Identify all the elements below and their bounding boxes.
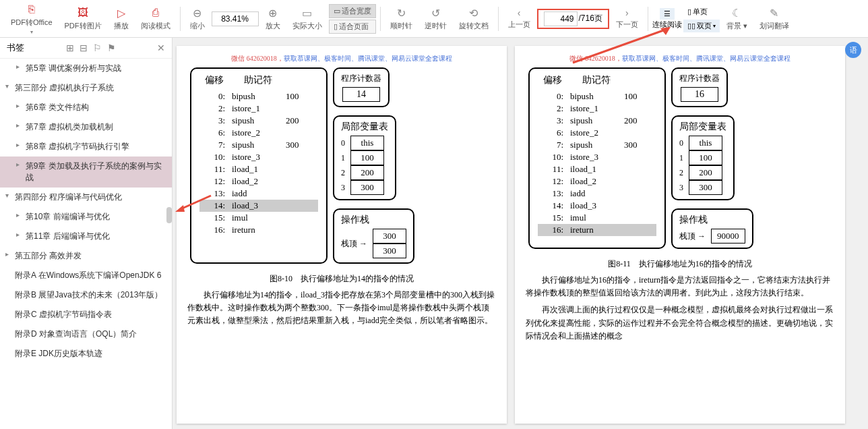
tree-arrow-icon: ▸: [16, 63, 24, 70]
double-page[interactable]: ▯▯双页▾: [683, 20, 720, 32]
tree-label: 第6章 类文件结构: [26, 102, 89, 113]
close-sidebar-icon[interactable]: ✕: [157, 42, 165, 53]
zoom-in[interactable]: ⊕放大: [260, 5, 286, 32]
fit-page[interactable]: ▯适合页面: [329, 20, 376, 34]
figure-caption: 图8-10 执行偏移地址为14的指令的情况: [187, 273, 496, 285]
code-row: 6:istore_2: [199, 127, 318, 139]
scrollbar-thumb[interactable]: [166, 207, 172, 223]
code-row: 7:sipush300: [199, 139, 318, 151]
read-mode[interactable]: ⎙阅读模式: [135, 5, 176, 32]
tree-arrow-icon: ▾: [5, 192, 13, 199]
page-input[interactable]: [544, 11, 578, 26]
code-row: 15:imul: [199, 212, 318, 224]
var-row: 0this: [341, 136, 388, 150]
code-row: 3:sipush200: [199, 115, 318, 127]
var-row: 2200: [341, 165, 388, 180]
zoom-in-icon: ⊕: [266, 6, 280, 20]
body-para: 执行偏移地址为14的指令，iload_3指令把存放在第3个局部变量槽中的300入…: [187, 289, 496, 328]
bytecode-box: 偏移助记符0:bipush1002:istore_13:sipush2006:i…: [190, 67, 328, 264]
background[interactable]: ☾背景 ▾: [721, 5, 753, 32]
tree-item[interactable]: ▸第5章 调优案例分析与实战: [0, 59, 172, 78]
tree-label: 附录C 虚拟机字节码指令表: [15, 309, 112, 320]
code-row: 7:sipush300: [538, 139, 656, 151]
image-icon: 🖼: [76, 6, 90, 20]
stack-cell: 300: [373, 244, 406, 258]
body-para: 再次强调上面的执行过程仅仅是一种概念模型，虚拟机最终会对执行过程做出一系列优化来…: [526, 304, 834, 343]
local-var-table: 局部变量表0this110022003300: [671, 115, 735, 200]
play-icon: ▷: [115, 6, 128, 20]
code-row: 13:iadd: [199, 188, 318, 200]
code-row: 16:ireturn: [199, 224, 318, 236]
bookmark-tree: ▸第5章 调优案例分析与实战▾第三部分 虚拟机执行子系统▸第6章 类文件结构▸第…: [0, 59, 172, 429]
pdf-to-image[interactable]: 🖼PDF转图片: [59, 5, 107, 32]
tree-item[interactable]: 附录B 展望Java技术的未来（2013年版）: [0, 285, 172, 305]
tree-item[interactable]: 附录C 虚拟机字节码指令表: [0, 305, 172, 324]
code-row: 0:bipush100: [199, 90, 318, 103]
tree-arrow-icon: ▸: [16, 121, 24, 129]
page-total: /716页: [579, 13, 602, 24]
fit-page-icon: ▯: [334, 22, 338, 31]
bookmark-icon[interactable]: ⚐: [93, 42, 102, 53]
tree-arrow-icon: ▸: [16, 161, 24, 168]
word-translate[interactable]: ✎划词翻译: [754, 5, 795, 32]
zoom-out[interactable]: ⊖缩小: [185, 5, 210, 32]
toolbar: ⎘PDF转Office▾ 🖼PDF转图片 ▷播放 ⎙阅读模式 ⊖缩小 ⊕放大 ▭…: [0, 0, 868, 38]
double-page-icon: ▯▯: [687, 22, 695, 30]
floating-badge[interactable]: 语: [845, 42, 861, 58]
tree-item[interactable]: ▾第三部分 虚拟机执行子系统: [0, 78, 172, 98]
tree-label: 第7章 虚拟机类加载机制: [26, 121, 113, 133]
tree-item[interactable]: ▾第四部分 程序编译与代码优化: [0, 188, 172, 207]
expand-icon[interactable]: ⊞: [66, 42, 74, 53]
var-row: 1100: [679, 150, 726, 165]
tree-label: 第三部分 虚拟机执行子系统: [15, 82, 114, 94]
moon-icon: ☾: [730, 6, 743, 20]
page-header: 微信 642620018，获取慕课网、极客时间、腾讯课堂、网易云课堂全套课程: [187, 54, 496, 63]
continuous-read[interactable]: ☰: [660, 8, 675, 20]
tree-item[interactable]: 附录D 对象查询语言（OQL）简介: [0, 324, 172, 344]
tree-item[interactable]: ▸第6章 类文件结构: [0, 98, 172, 117]
tree-label: 第四部分 程序编译与代码优化: [15, 192, 122, 203]
local-var-table: 局部变量表0this110022003300: [333, 115, 396, 200]
rotate-doc[interactable]: ⟲旋转文档: [454, 5, 494, 32]
bookmarks-sidebar: 书签 ⊞ ⊟ ⚐ ⚑ ✕ ▸第5章 调优案例分析与实战▾第三部分 虚拟机执行子系…: [0, 38, 173, 429]
code-row: 12:iload_2: [199, 175, 318, 188]
tree-item[interactable]: ▸第10章 前端编译与优化: [0, 207, 172, 227]
read-icon: ⎙: [149, 6, 162, 20]
page-number-box: /716页: [537, 9, 609, 29]
tree-item[interactable]: ▸第7章 虚拟机类加载机制: [0, 117, 172, 137]
tree-item[interactable]: ▸第8章 虚拟机字节码执行引擎: [0, 137, 172, 156]
tree-label: 第5章 调优案例分析与实战: [26, 63, 121, 74]
fit-width[interactable]: ▭适合宽度: [329, 4, 376, 18]
tree-item[interactable]: ▸第11章 后端编译与优化: [0, 227, 172, 246]
code-row: 10:istore_3: [538, 151, 656, 163]
document-viewport[interactable]: 微信 642620018，获取慕课网、极客时间、腾讯课堂、网易云课堂全套课程偏移…: [173, 38, 868, 429]
code-row: 11:iload_1: [199, 163, 318, 175]
bookmark-add-icon[interactable]: ⚑: [107, 42, 116, 53]
next-page[interactable]: ›下一页: [611, 6, 644, 31]
tree-label: 第10章 前端编译与优化: [26, 211, 110, 223]
operand-stack-box: 操作栈栈顶 →90000: [671, 208, 753, 249]
single-page[interactable]: ▯单页: [683, 5, 720, 18]
page-header: 微信 642620018，获取慕课网、极客时间、腾讯课堂、网易云课堂全套课程: [526, 54, 834, 63]
tree-label: 附录B 展望Java技术的未来（2013年版）: [15, 289, 162, 301]
play-button[interactable]: ▷播放: [108, 5, 134, 32]
tree-item[interactable]: 附录E JDK历史版本轨迹: [0, 344, 172, 364]
tree-label: 附录E JDK历史版本轨迹: [15, 348, 102, 360]
actual-size[interactable]: ▭实际大小: [287, 5, 328, 32]
tree-item[interactable]: 附录A 在Windows系统下编译OpenJDK 6: [0, 266, 172, 285]
pdf-to-office[interactable]: ⎘PDF转Office▾: [5, 1, 58, 36]
rotate-cw[interactable]: ↻顺时针: [385, 5, 418, 32]
tree-label: 第8章 虚拟机字节码执行引擎: [26, 141, 129, 152]
collapse-icon[interactable]: ⊟: [80, 42, 88, 53]
zoom-input[interactable]: [212, 11, 259, 26]
tree-item[interactable]: ▸第五部分 高效并发: [0, 246, 172, 266]
prev-page[interactable]: ‹上一页: [503, 6, 536, 31]
chevron-right-icon: ›: [621, 7, 633, 18]
rotate-ccw[interactable]: ↺逆时针: [419, 5, 452, 32]
actual-size-icon: ▭: [301, 6, 314, 20]
figure-caption: 图8-11 执行偏移地址为16的指令的情况: [526, 258, 834, 270]
operand-stack-box: 操作栈栈顶 →300300: [333, 208, 414, 264]
office-icon: ⎘: [25, 3, 38, 16]
continuous-icon: ☰: [664, 9, 671, 18]
tree-item[interactable]: ▸第9章 类加载及执行子系统的案例与实战: [0, 156, 172, 188]
